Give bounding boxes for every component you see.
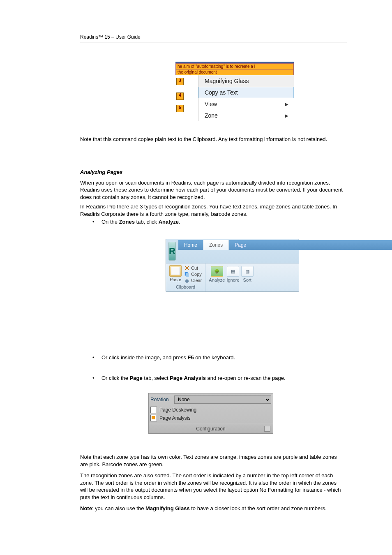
menu-item-magnifying-glass[interactable]: Magnifying Glass <box>198 75 294 87</box>
sort-button[interactable]: ▥Sort <box>241 266 254 291</box>
bullet-analyze: • On the Zones tab, click Analyze. <box>92 219 323 225</box>
zone-badge: 5 <box>176 105 184 112</box>
cut-button[interactable]: Cut <box>184 265 202 271</box>
deskewing-checkbox[interactable] <box>150 407 157 413</box>
group-label-configuration: Configuration <box>149 424 273 433</box>
ignore-icon: ▤ <box>227 266 239 277</box>
ribbon-figure: R Home Zones Page Paste Cut Copy Clear <box>166 239 299 292</box>
app-icon: R <box>168 242 176 261</box>
page-analysis-label: Page Analysis <box>159 415 190 421</box>
tab-page[interactable]: Page <box>229 240 392 250</box>
tab-zones[interactable]: Zones <box>203 240 229 250</box>
clear-button[interactable]: Clear <box>184 278 202 283</box>
copy-icon <box>184 271 190 277</box>
header-rule <box>80 42 347 42</box>
tab-home[interactable]: Home <box>178 240 203 250</box>
page-analysis-checkbox[interactable] <box>150 415 157 421</box>
trailing-paragraphs: Note that each zone type has its own col… <box>80 453 343 512</box>
sort-icon: ▥ <box>241 266 254 277</box>
analyze-button[interactable]: 🌳Analyze <box>209 266 225 291</box>
svg-rect-1 <box>186 273 189 277</box>
submenu-arrow-icon: ▶ <box>285 113 288 118</box>
dialog-launcher-icon[interactable] <box>264 426 270 432</box>
zone-badge: 3 <box>176 78 184 85</box>
eraser-icon <box>184 278 190 283</box>
header-brand: Readiris™ 15 – User Guide <box>80 34 141 40</box>
submenu-arrow-icon: ▶ <box>285 102 288 106</box>
menu-item-copy-as-text[interactable]: Copy as Text <box>198 87 294 98</box>
group-label-clipboard: Clipboard <box>169 283 202 291</box>
section-title: Analyzing Pages <box>80 169 343 176</box>
configuration-panel: Rotation None Page Deskewing Page Analys… <box>148 393 273 434</box>
scissors-icon <box>184 265 190 271</box>
menu-item-view[interactable]: View▶ <box>198 98 294 110</box>
deskewing-label: Page Deskewing <box>159 407 196 413</box>
menu-item-zone[interactable]: Zone▶ <box>198 110 294 121</box>
zone-badge: 4 <box>176 92 184 100</box>
context-menu-figure: he aim of "autoformatting" is to recreat… <box>175 62 294 121</box>
rotation-select[interactable]: None <box>174 395 271 404</box>
bullet-f5: • Or click inside the image, and press F… <box>92 354 327 361</box>
paste-icon[interactable] <box>169 265 182 277</box>
note-paragraph: Note that this command copies plain text… <box>80 136 339 143</box>
paste-button[interactable]: Paste <box>170 277 181 282</box>
rotation-label: Rotation <box>150 397 174 402</box>
bullet-page-tab: • Or click the Page tab, select Page Ana… <box>92 375 323 381</box>
section-analyzing-pages: Analyzing Pages When you open or scan do… <box>80 169 343 217</box>
copy-button[interactable]: Copy <box>184 271 202 277</box>
ignore-button[interactable]: ▤Ignore <box>226 266 239 291</box>
analyze-icon: 🌳 <box>211 266 223 277</box>
